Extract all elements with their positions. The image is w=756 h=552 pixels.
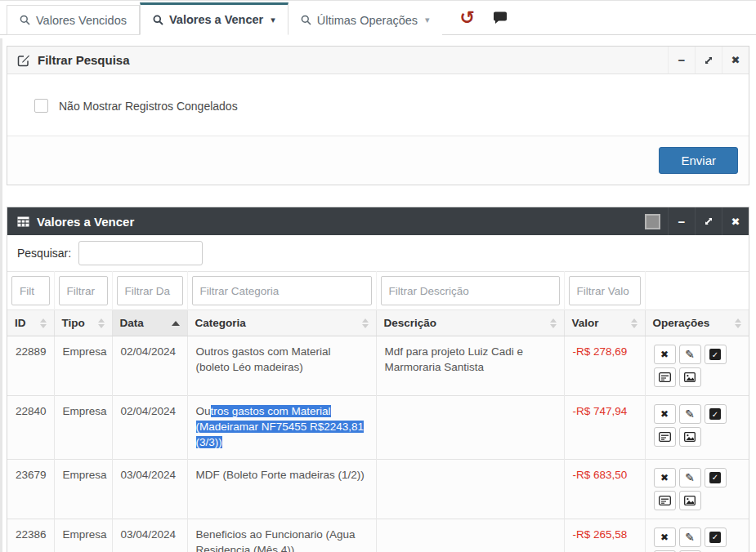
sort-asc-icon	[172, 321, 180, 326]
tab-valores-a-vencer[interactable]: Valores a Vencer ▾	[140, 2, 289, 35]
pencil-icon: ✎	[685, 349, 695, 360]
filter-id-input[interactable]	[11, 276, 50, 305]
image-icon	[684, 372, 696, 382]
filter-descricao-input[interactable]	[381, 276, 560, 305]
delete-button[interactable]: ✖	[654, 468, 676, 487]
card-icon	[659, 432, 671, 442]
sort-icon	[735, 318, 741, 328]
cell-tipo: Empresa	[54, 396, 112, 460]
confirm-button[interactable]: ✓	[705, 404, 727, 424]
card-button[interactable]	[654, 427, 676, 447]
card-icon	[659, 496, 671, 505]
cell-data: 02/04/2024	[112, 336, 187, 396]
x-icon: ✖	[660, 532, 669, 542]
tab-valores-vencidos[interactable]: Valores Vencidos	[7, 5, 140, 35]
pencil-icon: ✎	[685, 408, 695, 420]
column-header-data[interactable]: Data	[112, 310, 187, 336]
filter-panel: Filtrar Pesquisa − ✖ Não Mostrar Registr…	[7, 46, 749, 185]
close-button[interactable]: ✖	[722, 47, 749, 73]
gray-square-icon	[645, 214, 660, 229]
confirm-button[interactable]: ✓	[705, 528, 727, 547]
cell-tipo: Empresa	[54, 336, 112, 396]
delete-button[interactable]: ✖	[654, 345, 676, 364]
cell-operacoes: ✖ ✎ ✓	[645, 519, 749, 552]
expand-icon	[704, 56, 714, 65]
cell-descricao: Mdf para projeto Luiz Cadi e Marmoraria …	[376, 336, 564, 396]
filter-panel-header: Filtrar Pesquisa − ✖	[7, 47, 749, 74]
filter-valor-input[interactable]	[569, 276, 641, 305]
search-input[interactable]	[78, 241, 203, 265]
cell-valor: -R$ 278,69	[564, 336, 645, 396]
column-header-categoria[interactable]: Categoria	[187, 310, 376, 336]
chevron-down-icon: ▾	[271, 15, 275, 25]
image-button[interactable]	[679, 427, 701, 447]
cell-data: 03/04/2024	[112, 459, 187, 519]
filter-categoria-input[interactable]	[192, 276, 372, 305]
sort-icon	[40, 318, 47, 328]
table-row: 22840 Empresa 02/04/2024 Outros gastos c…	[7, 396, 749, 460]
table-row: 23679 Empresa 03/04/2024 MDF (Boleto For…	[7, 459, 749, 519]
table-grid-icon	[17, 216, 29, 227]
cell-valor: -R$ 683,50	[564, 459, 645, 519]
options-button[interactable]	[637, 207, 668, 235]
minimize-button[interactable]: −	[668, 47, 695, 73]
tab-label: Valores a Vencer	[169, 13, 263, 26]
search-icon	[301, 15, 311, 25]
search-icon	[20, 15, 30, 25]
check-square-icon: ✓	[709, 349, 721, 360]
search-icon	[153, 15, 163, 25]
edit-button[interactable]: ✎	[679, 528, 701, 547]
filter-tipo-input[interactable]	[59, 276, 108, 305]
card-button[interactable]	[654, 367, 676, 387]
x-icon: ✖	[660, 473, 669, 483]
cell-id: 22386	[7, 519, 54, 552]
frozen-records-checkbox[interactable]	[34, 99, 48, 113]
refresh-icon[interactable]: ↺	[460, 9, 475, 27]
expand-button[interactable]	[695, 47, 722, 73]
minus-icon: −	[678, 215, 686, 229]
edit-button[interactable]: ✎	[679, 345, 701, 364]
panel-title: Filtrar Pesquisa	[38, 53, 130, 67]
column-header-operacoes[interactable]: Operações	[645, 310, 749, 336]
selected-text: tros gastos com Material (Madeiramar NF7…	[196, 405, 365, 448]
delete-button[interactable]: ✖	[654, 528, 676, 547]
card-button[interactable]	[654, 491, 676, 510]
cell-valor: -R$ 747,94	[564, 396, 645, 460]
image-icon	[684, 496, 696, 505]
tab-ultimas-operacoes[interactable]: Últimas Operações ▾	[289, 5, 442, 35]
column-header-tipo[interactable]: Tipo	[54, 310, 112, 336]
image-button[interactable]	[679, 367, 701, 387]
column-header-id[interactable]: ID	[7, 310, 54, 336]
table-panel: Valores a Vencer − ✖ Pesquisar:	[7, 207, 749, 552]
cell-operacoes: ✖ ✎ ✓	[645, 459, 749, 519]
tab-label: Últimas Operações	[317, 14, 418, 27]
column-header-valor[interactable]: Valor	[564, 310, 645, 336]
page-left-edge	[0, 38, 2, 552]
edit-button[interactable]: ✎	[679, 468, 701, 487]
cell-tipo: Empresa	[54, 459, 112, 519]
image-button[interactable]	[679, 491, 701, 510]
delete-button[interactable]: ✖	[654, 404, 676, 424]
table-row: 22386 Empresa 03/04/2024 Beneficios ao F…	[7, 519, 749, 552]
table-row: 22889 Empresa 02/04/2024 Outros gastos c…	[7, 336, 749, 396]
enviar-button[interactable]: Enviar	[659, 147, 738, 174]
search-row: Pesquisar:	[7, 235, 749, 271]
confirm-button[interactable]: ✓	[705, 345, 727, 364]
filter-data-input[interactable]	[117, 276, 183, 305]
cell-descricao	[376, 459, 564, 519]
minimize-button[interactable]: −	[668, 207, 695, 235]
sort-icon	[631, 318, 637, 328]
filter-panel-body: Não Mostrar Registros Congelados	[7, 74, 749, 136]
x-icon: ✖	[660, 409, 669, 419]
edit-button[interactable]: ✎	[679, 404, 701, 424]
column-header-descricao[interactable]: Descrição	[376, 310, 564, 336]
expand-button[interactable]	[695, 207, 722, 235]
cell-operacoes: ✖ ✎ ✓	[645, 396, 749, 460]
minus-icon: −	[678, 53, 686, 67]
confirm-button[interactable]: ✓	[705, 468, 727, 487]
pencil-icon: ✎	[685, 532, 695, 543]
comment-icon[interactable]	[493, 11, 508, 24]
cell-descricao	[376, 519, 564, 552]
close-button[interactable]: ✖	[722, 207, 749, 235]
cell-categoria: Outros gastos com Material (boleto Léo m…	[187, 336, 376, 396]
